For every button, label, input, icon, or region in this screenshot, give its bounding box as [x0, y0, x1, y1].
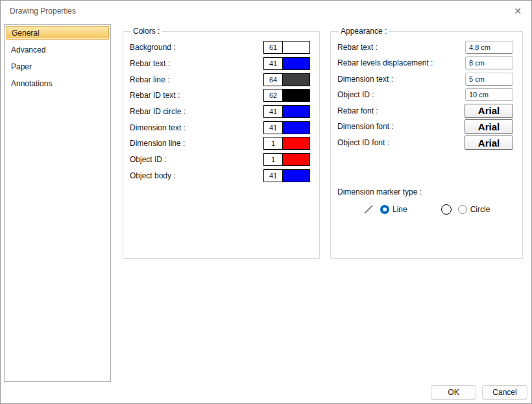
circle-radio-label: Circle	[470, 205, 490, 214]
color-row-label: Rebar ID circle :	[130, 107, 186, 116]
appearance-row-label: Rebar levels displacement :	[337, 58, 433, 67]
sidebar-item-label: General	[12, 29, 40, 38]
color-row-rebar-line: Rebar line : 64	[130, 71, 310, 88]
colors-group: Colors : Background : 61 Rebar text : 41…	[123, 27, 320, 259]
rebar-font-button[interactable]: Arial	[465, 104, 513, 118]
close-icon[interactable]: ✕	[511, 5, 525, 18]
color-row-label: Object ID :	[130, 155, 167, 164]
color-number: 41	[264, 106, 283, 117]
sidebar-item-annotations[interactable]: Annotations	[6, 77, 109, 90]
line-radio[interactable]	[380, 205, 389, 214]
rebar-levels-displacement-input[interactable]	[465, 56, 513, 69]
color-row-label: Background :	[130, 43, 176, 52]
font-row-label: Dimension font :	[337, 122, 394, 131]
sidebar-item-label: Advanced	[11, 45, 45, 54]
object-id-font-button[interactable]: Arial	[465, 136, 513, 150]
colors-group-title: Colors :	[131, 27, 162, 36]
color-row-background: Background : 61	[130, 40, 310, 56]
appearance-group-title: Appearance :	[339, 27, 389, 36]
color-row-label: Object body :	[130, 171, 176, 180]
color-row-rebar-id-text: Rebar ID text : 62	[130, 88, 310, 104]
color-row-label: Dimension line :	[130, 139, 185, 148]
color-number: 62	[264, 89, 283, 101]
rebar-line-color-picker[interactable]: 64	[263, 73, 310, 86]
color-row-label: Rebar ID text :	[130, 91, 180, 100]
color-swatch	[283, 58, 309, 69]
sidebar-item-label: Annotations	[11, 79, 52, 88]
sidebar-item-advanced[interactable]: Advanced	[6, 43, 109, 56]
object-body-color-picker[interactable]: 41	[263, 169, 310, 182]
dialog-footer: OK Cancel	[431, 385, 527, 399]
title-bar: Drawing Properties ✕	[1, 1, 531, 21]
color-swatch	[283, 170, 309, 182]
dimension-marker-options: Line Circle	[337, 204, 513, 215]
circle-marker-icon	[441, 204, 452, 215]
color-row-label: Dimension text :	[130, 123, 186, 132]
color-row-rebar-text: Rebar text : 41	[130, 56, 310, 72]
rebar-id-circle-color-picker[interactable]: 41	[263, 105, 310, 118]
sidebar-item-general[interactable]: General	[6, 26, 109, 40]
object-id-input[interactable]	[465, 88, 513, 101]
circle-radio[interactable]	[458, 205, 467, 214]
rebar-text-color-picker[interactable]: 41	[263, 57, 310, 70]
color-number: 41	[264, 170, 283, 182]
color-swatch	[283, 74, 309, 86]
ok-button[interactable]: OK	[431, 385, 476, 399]
color-number: 64	[264, 74, 283, 86]
color-number: 1	[264, 137, 283, 149]
color-swatch	[283, 122, 309, 134]
font-row-rebar: Rebar font : Arial	[337, 102, 513, 119]
window-title: Drawing Properties	[10, 6, 76, 16]
font-row-object-id: Object ID font : Arial	[337, 135, 513, 151]
object-id-color-picker[interactable]: 1	[263, 153, 310, 166]
category-list: General Advanced Paper Annotations	[4, 24, 111, 382]
color-swatch	[283, 42, 309, 53]
rebar-text-input[interactable]	[465, 41, 513, 54]
color-number: 41	[264, 122, 283, 134]
line-marker-icon	[363, 204, 374, 215]
dimension-marker-type-label: Dimension marker type :	[337, 187, 513, 196]
sidebar-item-paper[interactable]: Paper	[6, 60, 109, 73]
appearance-group: Appearance : Rebar text : Rebar levels d…	[330, 27, 523, 259]
color-row-object-id: Object ID : 1	[130, 152, 310, 168]
color-swatch	[283, 89, 309, 101]
color-swatch	[283, 154, 309, 165]
appearance-row-rebar-levels: Rebar levels displacement :	[337, 55, 513, 71]
color-number: 1	[264, 154, 283, 165]
appearance-row-dimension-text: Dimension text :	[337, 71, 513, 87]
appearance-row-label: Dimension text :	[337, 75, 393, 84]
dimension-line-color-picker[interactable]: 1	[263, 137, 310, 150]
cancel-button[interactable]: Cancel	[482, 385, 527, 399]
color-number: 61	[264, 42, 283, 53]
font-row-label: Object ID font :	[337, 138, 389, 147]
sidebar-item-label: Paper	[11, 62, 32, 71]
appearance-row-label: Rebar text :	[337, 43, 378, 52]
appearance-row-rebar-text: Rebar text :	[337, 40, 513, 55]
dimension-font-button[interactable]: Arial	[465, 119, 513, 134]
font-row-label: Rebar font :	[337, 106, 378, 115]
color-number: 41	[264, 58, 283, 69]
color-row-rebar-id-circle: Rebar ID circle : 41	[130, 104, 310, 120]
background-color-picker[interactable]: 61	[263, 41, 310, 54]
color-swatch	[283, 137, 309, 149]
color-swatch	[283, 106, 309, 117]
color-row-label: Rebar line :	[130, 75, 169, 84]
color-row-dimension-line: Dimension line : 1	[130, 136, 310, 152]
dimension-text-input[interactable]	[465, 73, 513, 86]
rebar-id-text-color-picker[interactable]: 62	[263, 89, 310, 102]
color-row-object-body: Object body : 41	[130, 168, 310, 184]
font-row-dimension: Dimension font : Arial	[337, 119, 513, 135]
dimension-text-color-picker[interactable]: 41	[263, 121, 310, 134]
color-row-dimension-text: Dimension text : 41	[130, 119, 310, 136]
line-radio-label: Line	[393, 205, 407, 214]
color-row-label: Rebar text :	[130, 59, 170, 68]
drawing-properties-dialog: { "window": { "title": "Drawing Properti…	[0, 0, 532, 404]
appearance-row-object-id: Object ID :	[337, 87, 513, 102]
appearance-row-label: Object ID :	[337, 90, 374, 99]
